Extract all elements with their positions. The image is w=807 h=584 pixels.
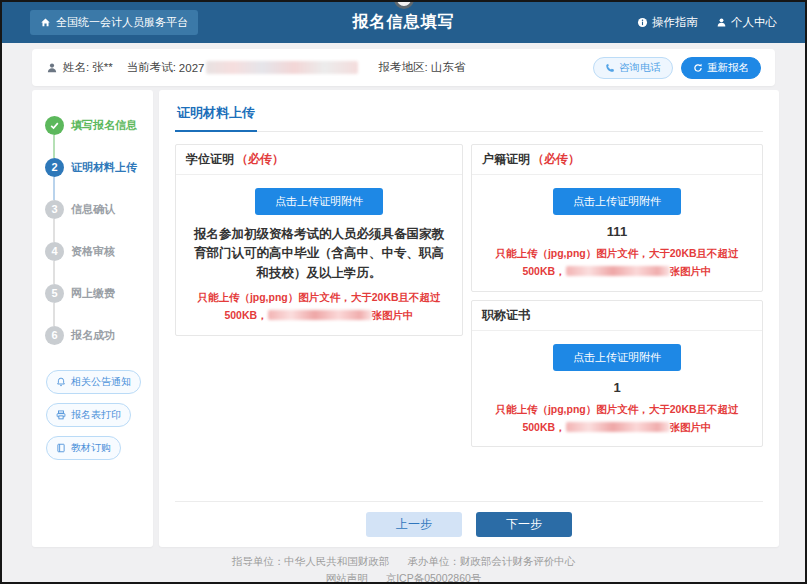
announcement-icon [56, 377, 66, 387]
home-icon [40, 17, 51, 28]
top-header: 全国统一会计人员服务平台 报名信息填写 操作指南 个人中心 [2, 2, 805, 43]
step-2-upload-materials: 2 证明材料上传 [32, 146, 153, 188]
guide-label: 操作指南 [652, 15, 698, 30]
reapply-button[interactable]: 重新报名 [681, 57, 761, 79]
infobar-actions: 咨询电话 重新报名 [593, 57, 761, 79]
info-icon [637, 17, 648, 28]
page-footer: 指导单位：中华人民共和国财政部承办单位：财政部会计财务评价中心 网站声明京ICP… [2, 553, 805, 584]
upload-attachment-button[interactable]: 点击上传证明附件 [553, 344, 681, 371]
reapply-label: 重新报名 [707, 61, 749, 75]
panel-title: 户籍证明（必传） [472, 145, 762, 175]
upload-attachment-button[interactable]: 点击上传证明附件 [255, 188, 383, 215]
name-label: 姓名: [63, 60, 89, 75]
announcements-label: 相关公告通知 [71, 375, 131, 389]
previous-step-button[interactable]: 上一步 [366, 512, 462, 537]
tab-bar: 证明材料上传 [175, 102, 763, 132]
step-label: 资格审核 [71, 244, 115, 259]
uploaded-value: 1 [482, 380, 752, 395]
personal-center-link[interactable]: 个人中心 [716, 15, 777, 30]
panel-title-text: 户籍证明 [482, 152, 530, 166]
panel-household-certificate: 户籍证明（必传） 点击上传证明附件 111 只能上传（jpg,png）图片文件，… [471, 144, 763, 292]
platform-home-label: 全国统一会计人员服务平台 [56, 15, 188, 30]
site-statement-link[interactable]: 网站声明 [326, 572, 368, 584]
refresh-icon [693, 63, 703, 73]
right-column: 户籍证明（必传） 点击上传证明附件 111 只能上传（jpg,png）图片文件，… [471, 144, 763, 447]
header-right-nav: 操作指南 个人中心 [637, 15, 777, 30]
icp-number-link[interactable]: 京ICP备05002860号 [386, 572, 482, 584]
platform-home-button[interactable]: 全国统一会计人员服务平台 [30, 10, 198, 35]
step-label: 信息确认 [71, 202, 115, 217]
check-icon [45, 116, 64, 135]
consult-phone-label: 咨询电话 [619, 61, 661, 75]
upload-attachment-button[interactable]: 点击上传证明附件 [553, 188, 681, 215]
step-1-fill-info: 填写报名信息 [32, 104, 153, 146]
candidate-name: 姓名: 张** [63, 60, 113, 75]
wizard-navigation: 上一步 下一步 [175, 501, 763, 537]
sidebar-quick-links: 相关公告通知 报名表打印 教材订购 [32, 370, 153, 460]
current-exam: 当前考试: 2027 [127, 60, 365, 75]
redacted-text [566, 422, 670, 432]
redacted-text [206, 61, 358, 74]
step-6-registration-success: 6 报名成功 [32, 314, 153, 356]
redacted-text [566, 266, 670, 276]
step-label: 填写报名信息 [71, 118, 137, 133]
step-number: 5 [45, 284, 64, 303]
tab-upload-materials: 证明材料上传 [175, 102, 257, 132]
book-icon [56, 443, 66, 453]
sponsor-text: 指导单位：中华人民共和国财政部 [232, 555, 390, 567]
collapse-notch[interactable] [394, 0, 414, 9]
panel-title-text: 职称证书 [482, 308, 530, 322]
panel-professional-title-certificate: 职称证书 点击上传证明附件 1 只能上传（jpg,png）图片文件，大于20KB… [471, 300, 763, 448]
upload-notice: 只能上传（jpg,png）图片文件，大于20KB且不超过500KB，张图片中 [482, 401, 752, 437]
step-4-qualification-review: 4 资格审核 [32, 230, 153, 272]
step-label: 证明材料上传 [71, 160, 137, 175]
region-value: 山东省 [431, 60, 466, 75]
notice-suffix: 张图片中 [670, 421, 712, 433]
main-content-card: 证明材料上传 学位证明（必传） 点击上传证明附件 报名参加初级资格考试的人员必须… [159, 90, 779, 547]
user-icon [716, 17, 727, 28]
step-number: 3 [45, 200, 64, 219]
panel-title: 职称证书 [472, 301, 762, 331]
name-value: 张** [92, 60, 112, 75]
print-form-label: 报名表打印 [71, 408, 121, 422]
candidate-info-bar: 姓名: 张** 当前考试: 2027 报考地区: 山东省 咨询电话 重新报名 [32, 49, 775, 86]
step-number: 6 [45, 326, 64, 345]
guide-link[interactable]: 操作指南 [637, 15, 698, 30]
panel-title: 学位证明（必传） [176, 145, 462, 175]
upload-panels: 学位证明（必传） 点击上传证明附件 报名参加初级资格考试的人员必须具备国家教育部… [175, 144, 763, 447]
step-label: 网上缴费 [71, 286, 115, 301]
exam-value: 2027 [179, 62, 205, 74]
exam-label: 当前考试: [127, 60, 176, 75]
panel-title-text: 学位证明 [186, 152, 234, 166]
organizer-text: 承办单位：财政部会计财务评价中心 [407, 555, 575, 567]
print-form-link[interactable]: 报名表打印 [46, 403, 131, 427]
degree-requirement-text: 报名参加初级资格考试的人员必须具备国家教育部门认可的高中毕业（含高中、中专、职高… [188, 225, 450, 283]
step-label: 报名成功 [71, 328, 115, 343]
phone-icon [605, 63, 615, 73]
notice-suffix: 张图片中 [670, 265, 712, 277]
progress-sidebar: 填写报名信息 2 证明材料上传 3 信息确认 4 资格审核 5 网上缴费 6 报… [32, 90, 153, 547]
required-badge: （必传） [236, 152, 284, 166]
next-step-button[interactable]: 下一步 [476, 512, 572, 537]
panel-degree-certificate: 学位证明（必传） 点击上传证明附件 报名参加初级资格考试的人员必须具备国家教育部… [175, 144, 463, 336]
footer-line-1: 指导单位：中华人民共和国财政部承办单位：财政部会计财务评价中心 [2, 553, 805, 570]
left-column: 学位证明（必传） 点击上传证明附件 报名参加初级资格考试的人员必须具备国家教育部… [175, 144, 463, 336]
textbook-order-link[interactable]: 教材订购 [46, 436, 121, 460]
upload-notice: 只能上传（jpg,png）图片文件，大于20KB且不超过500KB，张图片中 [186, 289, 452, 325]
step-number: 2 [45, 158, 64, 177]
notice-suffix: 张图片中 [372, 309, 414, 321]
uploaded-value: 111 [482, 224, 752, 239]
step-number: 4 [45, 242, 64, 261]
personal-center-label: 个人中心 [731, 15, 777, 30]
textbook-order-label: 教材订购 [71, 441, 111, 455]
panel-body: 点击上传证明附件 111 只能上传（jpg,png）图片文件，大于20KB且不超… [472, 175, 762, 291]
announcements-link[interactable]: 相关公告通知 [46, 370, 141, 394]
exam-region: 报考地区: 山东省 [378, 60, 465, 75]
user-icon [46, 62, 58, 74]
panel-body: 点击上传证明附件 报名参加初级资格考试的人员必须具备国家教育部门认可的高中毕业（… [176, 175, 462, 335]
step-3-confirm-info: 3 信息确认 [32, 188, 153, 230]
consult-phone-button[interactable]: 咨询电话 [593, 57, 673, 79]
required-badge: （必传） [532, 152, 580, 166]
footer-line-2: 网站声明京ICP备05002860号 [2, 570, 805, 584]
redacted-text [268, 310, 372, 320]
